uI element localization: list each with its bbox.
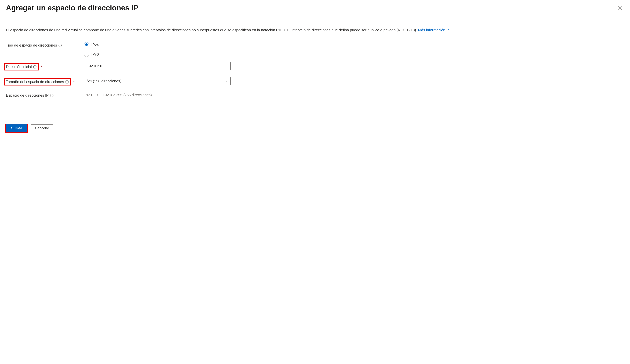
required-asterisk: * [41,65,42,69]
radio-ipv6[interactable]: IPv6 [84,52,230,57]
address-size-value: /24 (256 direcciones) [87,79,122,83]
description-text: El espacio de direcciones de una red vir… [6,27,624,33]
learn-more-text: Más información [418,27,445,33]
close-icon [618,5,622,10]
radio-ipv6-label: IPv6 [91,52,99,57]
info-icon[interactable] [33,65,36,69]
info-icon[interactable] [50,94,54,97]
add-button[interactable]: Sumar [6,124,27,132]
external-link-icon [446,28,450,31]
info-icon[interactable] [58,44,62,47]
ip-space-label: Espacio de direcciones IP [6,93,49,98]
start-address-label-highlight: Dirección inicial [4,63,39,70]
radio-indicator-checked [84,42,89,47]
description-body: El espacio de direcciones de una red vir… [6,28,418,32]
address-size-label-highlight: Tamaño del espacio de direcciones [4,78,71,85]
address-size-label: Tamaño del espacio de direcciones [6,80,64,84]
chevron-down-icon [224,79,228,83]
learn-more-link[interactable]: Más información [418,27,450,33]
close-button[interactable] [616,4,624,12]
address-type-radio-group: IPv4 IPv6 [84,42,230,57]
start-address-label: Dirección inicial [6,65,32,69]
cancel-button[interactable]: Cancelar [31,124,53,132]
radio-indicator-unchecked [84,52,89,57]
page-title: Agregar un espacio de direcciones IP [6,4,138,12]
address-size-select[interactable]: /24 (256 direcciones) [84,77,230,85]
start-address-input[interactable] [84,62,230,70]
radio-ipv4[interactable]: IPv4 [84,42,230,47]
info-icon[interactable] [65,80,69,84]
ip-space-value: 192.0.2.0 - 192.0.2.255 (256 direcciones… [84,92,230,97]
address-type-label: Tipo de espacio de direcciones [6,43,57,47]
required-asterisk: * [73,80,74,84]
radio-ipv4-label: IPv4 [91,43,99,47]
